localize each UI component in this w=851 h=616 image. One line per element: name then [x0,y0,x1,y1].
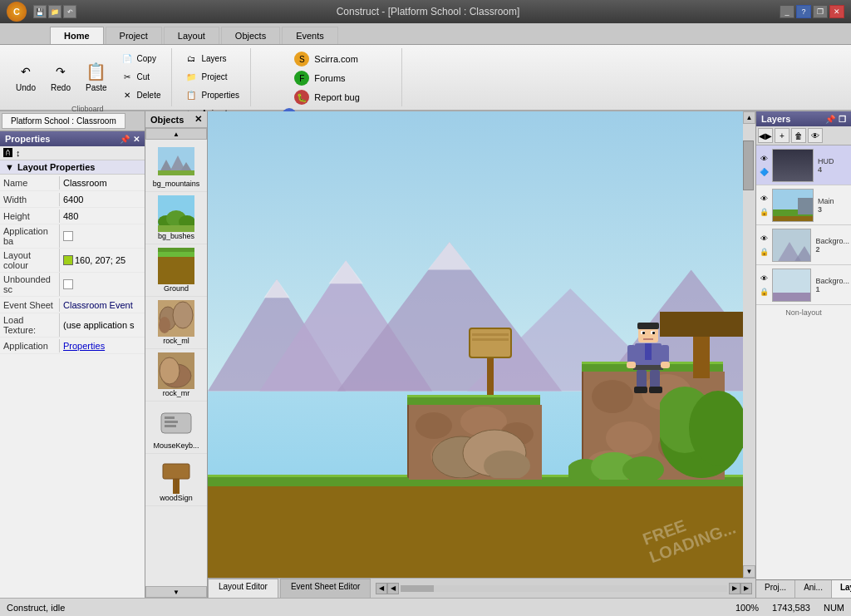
pin-layers-icon[interactable]: 📌 [825,115,835,124]
tab-events[interactable]: Events [282,27,338,44]
svg-point-16 [159,317,170,333]
layers-add-btn[interactable]: + [775,128,790,143]
layer-3-visible-icon[interactable]: 👁 [758,193,770,205]
tab-layout[interactable]: Layout [164,27,219,44]
objects-scroll-up[interactable]: ▲ [145,128,207,140]
layers-header-icons: 📌 ❐ [825,115,846,124]
project-bar-button[interactable]: 📁 Project [180,68,231,85]
report-bug-button[interactable]: 🐛 Report bug [289,88,364,106]
delete-button[interactable]: ✕ Delete [116,86,165,103]
pin-icon[interactable]: 📌 [120,135,130,144]
paste-button[interactable]: 📋 Paste [80,58,113,96]
layer-1-background[interactable]: 👁 🔒 Backgro... 1 [756,265,851,305]
unbounded-checkbox[interactable] [63,279,73,289]
object-bg-bushes[interactable]: bg_bushes [145,192,207,244]
minimize-btn[interactable]: _ [780,5,794,18]
horizontal-scrollbar[interactable]: ◀ ◀ ▶ ▶ [372,579,755,598]
layer-1-icons: 👁 🔒 [758,273,770,298]
h-scroll-right[interactable]: ▶ [729,583,740,594]
object-woodsign[interactable]: woodSign [145,454,207,506]
non-layout-label: Non-layout [756,305,851,320]
application-properties-link[interactable]: Properties [63,341,105,351]
h-scroll-left2[interactable]: ◀ [387,583,399,594]
svg-marker-32 [264,279,290,298]
lay-tab[interactable]: Lay... [832,580,851,598]
scroll-down-btn[interactable]: ▼ [743,565,755,578]
object-rock-mr[interactable]: rock_mr [145,349,207,402]
scirra-icon: S [294,52,309,67]
layer-3-lock-icon[interactable]: 🔒 [758,206,770,218]
project-icon: 📁 [184,70,198,83]
layers-bar-button[interactable]: 🗂 Layers [180,50,230,67]
object-ground[interactable]: Ground [145,244,207,297]
scroll-track[interactable] [743,124,755,565]
sort-num-icon[interactable]: ↕ [16,148,21,158]
paste-icon: 📋 [86,62,106,81]
h-scroll-track[interactable] [401,585,727,592]
proj-tab[interactable]: Proj... [756,580,795,598]
prop-application: Application Properties [0,338,145,354]
scirra-button[interactable]: S Scirra.com [289,50,363,68]
layers-header: Layers 📌 ❐ [756,111,851,126]
bottom-tab-layout[interactable]: Layout Editor [208,579,278,598]
collapse-icon[interactable]: ▼ [5,162,14,172]
object-bg-mountains[interactable]: bg_mountains [145,140,207,192]
object-thumb-woodsign [158,457,194,494]
layer-3-main[interactable]: 👁 🔒 Main 3 [756,185,851,225]
layers-delete-btn[interactable]: 🗑 [791,128,806,143]
win-controls[interactable]: _ ? ❐ ✕ [780,5,844,18]
layer-4-visible-icon[interactable]: 👁 [758,153,770,165]
object-label-mousekeyb: MouseKeyb... [153,441,199,450]
scroll-thumb[interactable] [743,140,754,190]
cut-button[interactable]: ✂ Cut [116,68,165,85]
object-mousekeyb[interactable]: MouseKeyb... [145,402,207,454]
window-menu-buttons[interactable]: 💾 📁 ↶ [33,5,76,18]
layer-2-visible-icon[interactable]: 👁 [758,233,770,244]
close-objects-icon[interactable]: ✕ [194,114,202,125]
ani-tab[interactable]: Ani... [795,580,832,598]
layers-navigate-btn[interactable]: ◀▶ [758,128,773,143]
layout-properties-header: ▼ Layout Properties [0,160,145,175]
bushes-right [660,312,743,478]
layer-1-lock-icon[interactable]: 🔒 [758,286,770,298]
tab-home[interactable]: Home [50,27,104,44]
objects-panel: Objects ✕ ▲ bg_mountains [145,111,208,598]
layer-3-icons: 👁 🔒 [758,193,770,218]
svg-rect-11 [158,254,194,284]
close-btn[interactable]: ✕ [829,5,844,18]
canvas-container[interactable]: FREELOADING... [208,111,743,578]
app-bg-checkbox[interactable] [63,231,73,241]
layout-canvas[interactable]: FREELOADING... [208,111,743,578]
sign-post [465,320,515,395]
properties-bar-button[interactable]: 📋 Properties [180,86,243,103]
layout-editor[interactable]: FREELOADING... [208,111,743,578]
restore-layers-icon[interactable]: ❐ [839,115,846,124]
layer-4-hud[interactable]: 👁 🔷 HUD 4 [756,145,851,185]
vertical-scrollbar[interactable]: ▲ ▼ [743,111,755,578]
platform-school-tab[interactable]: Platform School : Classroom [2,113,125,129]
layer-1-visible-icon[interactable]: 👁 [758,273,770,284]
bottom-editor-row: Layout Editor Event Sheet Editor ◀ ◀ ▶ ▶ [208,578,755,598]
tab-project[interactable]: Project [106,27,162,44]
help-btn[interactable]: ? [796,5,811,18]
forums-button[interactable]: F Forums [289,69,350,87]
layer-4-icons: 👁 🔷 [758,153,770,178]
tab-objects[interactable]: Objects [221,27,280,44]
objects-scroll-down[interactable]: ▼ [145,586,207,598]
redo-button[interactable]: ↷ Redo [45,58,76,96]
layer-2-background[interactable]: 👁 🔒 Backgro... 2 [756,225,851,265]
object-rock-ml[interactable]: rock_ml [145,297,207,349]
h-scroll-left[interactable]: ◀ [376,583,387,594]
layer-2-lock-icon[interactable]: 🔒 [758,246,770,258]
clipboard-group: ↶ Undo ↷ Redo 📋 Paste 📄 Copy ✂ Cut [3,48,172,106]
object-thumb-rock-mr [158,352,194,389]
sort-az-icon[interactable]: 🅰 [3,148,12,158]
bottom-tab-events[interactable]: Event Sheet Editor [280,579,371,598]
close-properties-icon[interactable]: ✕ [133,135,140,144]
undo-button[interactable]: ↶ Undo [10,58,42,96]
h-scroll-right2[interactable]: ▶ [740,583,752,594]
scroll-up-btn[interactable]: ▲ [743,111,755,124]
copy-button[interactable]: 📄 Copy [116,50,165,67]
restore-btn[interactable]: ❐ [813,5,828,18]
layers-visibility-btn[interactable]: 👁 [808,128,823,143]
